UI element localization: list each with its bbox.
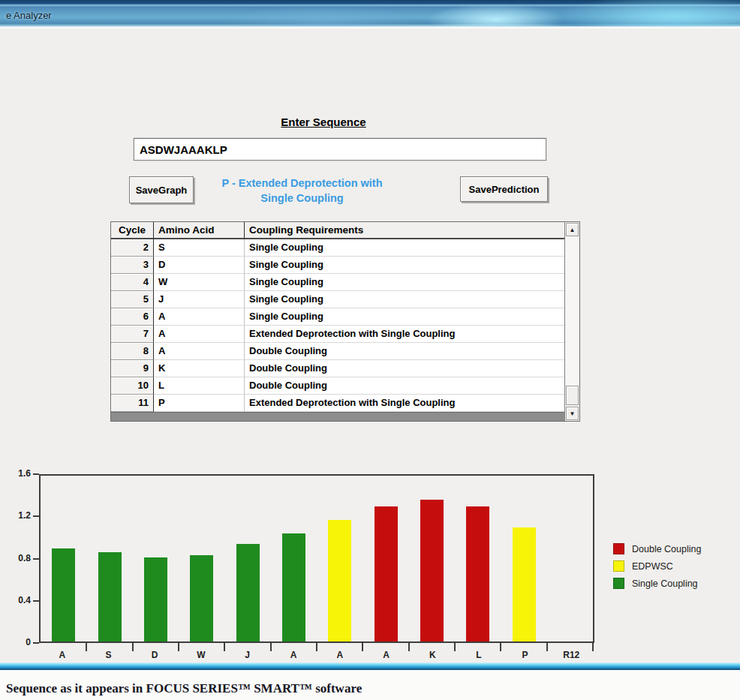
amino-acid-cell: A: [154, 326, 245, 343]
cycle-cell: 11: [111, 395, 154, 412]
app-window: e Analyzer Enter Sequence SaveGraph P - …: [0, 0, 740, 700]
table-vertical-scrollbar[interactable]: ▲ ▼: [564, 222, 579, 421]
table-row[interactable]: 9KDouble Coupling: [111, 360, 564, 377]
legend-label: EDPWSC: [632, 561, 673, 572]
coupling-cell: Single Coupling: [245, 308, 564, 326]
window-bottom-border: [0, 662, 740, 670]
cycle-cell: 7: [111, 326, 154, 343]
x-axis-label: A: [39, 650, 86, 660]
x-axis-label: L: [456, 650, 502, 660]
coupling-cell: Extended Deprotection with Single Coupli…: [245, 395, 564, 412]
cycle-cell: 8: [111, 343, 154, 360]
table-row[interactable]: 4WSingle Coupling: [111, 274, 564, 291]
amino-acid-cell: K: [154, 360, 245, 377]
amino-acid-cell: A: [154, 343, 245, 360]
chart-bar: [282, 533, 305, 641]
cycle-cell: 2: [111, 239, 154, 257]
x-axis-label: A: [270, 650, 317, 660]
amino-acid-cell: A: [154, 308, 245, 326]
chart-bar: [190, 555, 213, 641]
y-axis-tick: [33, 600, 39, 602]
x-axis-label: S: [86, 650, 132, 660]
coupling-table: Cycle Amino Acid Coupling Requirements 2…: [110, 221, 580, 422]
header-coupling-requirements: Coupling Requirements: [245, 222, 564, 239]
legend-item: EDPWSC: [613, 557, 701, 575]
cycle-cell: 10: [111, 377, 154, 395]
prediction-note-line2: Single Coupling: [180, 191, 424, 206]
x-axis-label: J: [224, 650, 271, 660]
legend-item: Single Coupling: [613, 575, 701, 592]
coupling-cell: Single Coupling: [245, 257, 564, 274]
table-row[interactable]: 2SSingle Coupling: [111, 239, 564, 257]
scroll-down-icon[interactable]: ▼: [566, 407, 579, 420]
coupling-cell: Double Coupling: [245, 360, 564, 377]
coupling-table-main: Cycle Amino Acid Coupling Requirements 2…: [111, 222, 564, 412]
window-titlebar[interactable]: e Analyzer: [0, 0, 740, 27]
amino-acid-cell: P: [154, 395, 245, 412]
table-row[interactable]: 11PExtended Deprotection with Single Cou…: [111, 395, 564, 412]
x-axis-label: A: [317, 650, 363, 660]
x-axis-label: A: [363, 650, 410, 660]
window-title: e Analyzer: [6, 10, 52, 21]
chart-bar: [328, 520, 351, 641]
chart-bar: [375, 506, 398, 641]
figure-caption: Sequence as it appears in FOCUS SERIES™ …: [6, 681, 362, 696]
legend-item: Double Coupling: [613, 540, 701, 557]
amino-acid-cell: S: [154, 239, 245, 257]
x-axis-label: R12: [548, 650, 594, 660]
table-row[interactable]: 3DSingle Coupling: [111, 257, 564, 274]
cycle-cell: 6: [111, 308, 154, 326]
legend-swatch-icon: [613, 560, 624, 572]
y-axis-label: 1.2: [4, 510, 31, 521]
prediction-note: P - Extended Deprotection with Single Co…: [180, 176, 424, 206]
caption-area: Sequence as it appears in FOCUS SERIES™ …: [0, 670, 740, 700]
coupling-cell: Single Coupling: [245, 274, 564, 291]
legend-swatch-icon: [613, 543, 624, 554]
cycle-cell: 3: [111, 257, 154, 274]
chart-legend: Double CouplingEDPWSCSingle Coupling: [613, 540, 701, 592]
y-axis-tick: [33, 515, 39, 517]
chart-bar: [513, 527, 536, 641]
amino-acid-cell: W: [154, 274, 245, 291]
legend-swatch-icon: [613, 578, 624, 589]
cycle-cell: 5: [111, 291, 154, 308]
cycle-cell: 9: [111, 360, 154, 377]
chart-bar: [420, 500, 444, 641]
table-body: 2SSingle Coupling3DSingle Coupling4WSing…: [111, 239, 564, 412]
scrollbar-thumb[interactable]: [566, 386, 579, 405]
y-axis-label: 0.8: [4, 553, 31, 563]
amino-acid-cell: D: [154, 257, 245, 274]
sequence-input[interactable]: [134, 138, 546, 161]
table-row[interactable]: 8ADouble Coupling: [111, 343, 564, 360]
bar-chart-plot-area: [39, 474, 594, 643]
x-axis-label: W: [178, 650, 224, 660]
window-content: Enter Sequence SaveGraph P - Extended De…: [0, 28, 740, 662]
chart-x-axis-labels: ASDWJAAAKLPR12: [39, 650, 594, 660]
table-horizontal-scrollbar[interactable]: [111, 412, 564, 421]
table-row[interactable]: 10LDouble Coupling: [111, 377, 564, 395]
cycle-cell: 4: [111, 274, 154, 291]
x-axis-label: D: [131, 650, 178, 660]
table-header-row: Cycle Amino Acid Coupling Requirements: [111, 222, 564, 239]
header-amino-acid: Amino Acid: [154, 222, 245, 239]
amino-acid-cell: L: [154, 377, 245, 395]
table-row[interactable]: 7AExtended Deprotection with Single Coup…: [111, 326, 564, 343]
chart-bar: [52, 548, 75, 641]
coupling-cell: Single Coupling: [245, 291, 564, 308]
chart-bar: [98, 552, 122, 641]
save-prediction-button[interactable]: SavePrediction: [460, 176, 548, 202]
x-axis-label: K: [409, 650, 456, 660]
chart-bar: [236, 544, 260, 641]
y-axis-tick: [33, 642, 39, 644]
enter-sequence-heading: Enter Sequence: [119, 116, 528, 128]
table-row[interactable]: 5JSingle Coupling: [111, 291, 564, 308]
amino-acid-cell: J: [154, 291, 245, 308]
scroll-up-icon[interactable]: ▲: [566, 223, 579, 236]
coupling-cell: Single Coupling: [245, 239, 564, 257]
chart-bar: [144, 557, 167, 641]
x-axis-label: P: [502, 650, 549, 660]
table-row[interactable]: 6ASingle Coupling: [111, 308, 564, 326]
header-cycle: Cycle: [111, 222, 154, 239]
coupling-cell: Double Coupling: [245, 343, 564, 360]
prediction-note-line1: P - Extended Deprotection with: [180, 176, 424, 191]
